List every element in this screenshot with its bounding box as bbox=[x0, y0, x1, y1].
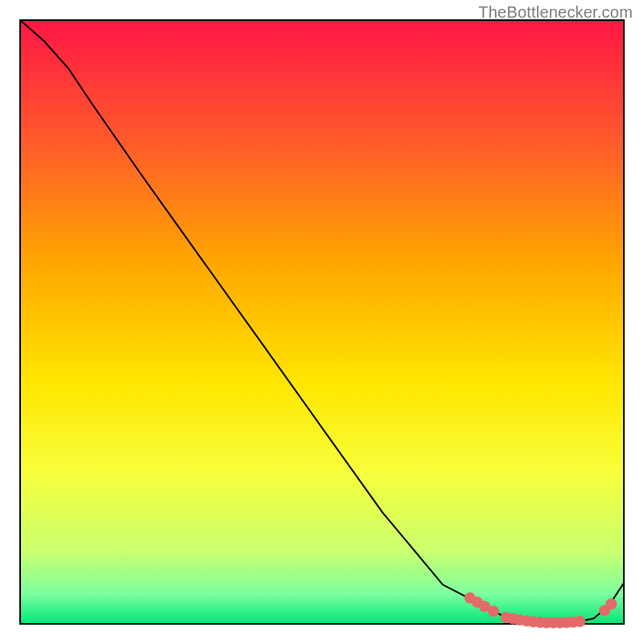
chart-container: TheBottlenecker.com bbox=[0, 0, 644, 644]
bottleneck-chart bbox=[0, 0, 644, 644]
plot-background bbox=[20, 20, 624, 624]
watermark-label: TheBottlenecker.com bbox=[478, 3, 633, 22]
highlight-dot bbox=[574, 616, 585, 627]
highlight-dot bbox=[605, 598, 617, 609]
highlight-dot bbox=[488, 605, 499, 617]
